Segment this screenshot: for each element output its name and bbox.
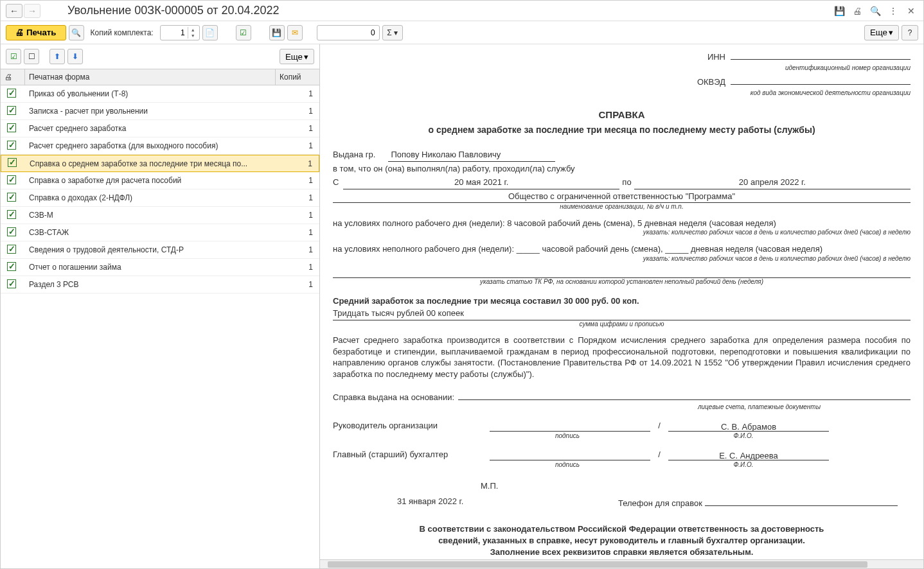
chevron-down-icon: ▾ [889, 28, 893, 37]
document-preview: ИНН идентификационный номер организации … [320, 44, 923, 568]
zero-field[interactable] [317, 25, 380, 40]
checkbox-icon[interactable] [7, 175, 16, 184]
form-copies: 1 [276, 243, 319, 256]
date-from: 20 мая 2021 г. [343, 177, 619, 189]
print-button[interactable]: 🖨 Печать [6, 25, 66, 40]
issued-label: Выдана гр. [333, 149, 375, 161]
forms-table-header: 🖨 Печатная форма Копий [1, 69, 319, 85]
magnifier-button[interactable]: 🔍 [69, 25, 84, 40]
form-copies: 1 [276, 209, 319, 222]
avg-sub: сумма цифрами и прописью [333, 320, 911, 329]
spin-up-icon[interactable]: ▲ [188, 27, 198, 33]
sigma-button[interactable]: Σ ▾ [382, 25, 403, 40]
print-icon[interactable]: 🖨 [850, 4, 864, 17]
footer-line-2: сведений, указанных в справке, несут рук… [333, 535, 911, 547]
edit-icon-button[interactable]: ☑ [236, 25, 251, 40]
form-row[interactable]: Сведения о трудовой деятельности, СТД-Р1 [1, 241, 319, 259]
form-label: Приказ об увольнении (Т-8) [25, 87, 276, 100]
more-button-top[interactable]: Еще▾ [864, 25, 899, 40]
form-row[interactable]: Записка - расчет при увольнении1 [1, 103, 319, 120]
fio-acc: Е. С. Андреева [668, 450, 829, 460]
close-icon[interactable]: ✕ [904, 4, 918, 17]
footer-line-3: Заполнение всех реквизитов справки являе… [333, 547, 911, 558]
form-copies: 1 [276, 261, 319, 274]
move-up-button[interactable]: ⬆ [49, 49, 65, 64]
checkbox-icon[interactable] [7, 141, 16, 150]
check-all-button[interactable]: ☑ [6, 49, 21, 64]
checkbox-icon[interactable] [7, 106, 16, 115]
phone-field [705, 496, 898, 506]
okved-field [731, 76, 911, 85]
help-button[interactable]: ? [902, 25, 918, 40]
form-label: Справка о заработке для расчета пособий [25, 174, 276, 187]
form-copies: 1 [275, 157, 319, 170]
checkbox-icon[interactable] [7, 245, 16, 254]
doc-subtitle: о среднем заработке за последние три мес… [333, 124, 911, 136]
copies-spinner[interactable]: ▲ ▼ [160, 25, 200, 40]
form-row[interactable]: Справка о доходах (2-НДФЛ)1 [1, 189, 319, 207]
parttime-sub: указать: количество рабочих часов в день… [333, 254, 911, 263]
checkbox-icon[interactable] [7, 193, 16, 202]
inn-sub: идентификационный номер организации [333, 64, 911, 73]
that-line: в том, что он (она) выполнял(ла) работу,… [333, 163, 911, 175]
tk-sub: указать статью ТК РФ, на основании котор… [333, 277, 911, 286]
inn-field [731, 51, 911, 60]
form-copies: 1 [276, 105, 319, 118]
checkbox-icon[interactable] [7, 262, 16, 271]
scrollbar-thumb[interactable] [328, 561, 867, 568]
form-row[interactable]: Расчет среднего заработка (для выходного… [1, 137, 319, 155]
spin-down-icon[interactable]: ▼ [188, 33, 198, 39]
form-label: СЗВ-СТАЖ [25, 226, 276, 239]
checkbox-icon[interactable] [7, 123, 16, 132]
doc-icon-button[interactable]: 📄 [202, 25, 218, 40]
form-row[interactable]: СЗВ-СТАЖ1 [1, 224, 319, 241]
copies-input[interactable] [161, 27, 188, 39]
move-down-button[interactable]: ⬇ [67, 49, 83, 64]
fio-head: С. В. Абрамов [668, 421, 829, 432]
calc-text: Расчет среднего заработка производится в… [333, 335, 911, 380]
form-row[interactable]: Справка о среднем заработке за последние… [1, 155, 319, 172]
doc-title: СПРАВКА [333, 109, 911, 121]
form-row[interactable]: СЗВ-М1 [1, 207, 319, 224]
basis-label: Справка выдана на основании: [333, 392, 454, 403]
mp-label: М.П. [481, 480, 498, 492]
form-row[interactable]: Приказ об увольнении (Т-8)1 [1, 85, 319, 103]
checkbox-icon[interactable] [7, 279, 16, 288]
from-label: С [333, 177, 341, 188]
checkbox-icon[interactable] [7, 89, 16, 98]
sign-sub2: подпись [487, 460, 648, 469]
more-button-left[interactable]: Еще▾ [280, 49, 314, 64]
save-icon[interactable]: 💾 [832, 4, 846, 17]
preview-icon[interactable]: 🔍 [868, 4, 882, 17]
chevron-down-icon: ▾ [304, 52, 308, 62]
fulltime-sub: указать: количество рабочих часов в день… [333, 228, 911, 237]
fio-sub2: Ф.И.О. [663, 460, 824, 469]
form-label: Отчет о погашении займа [25, 261, 276, 274]
date-to: 20 апреля 2022 г. [634, 177, 911, 189]
form-copies: 1 [276, 278, 319, 291]
disk-save-button[interactable]: 💾 [269, 25, 285, 40]
avg-line: Средний заработок за последние три месяц… [333, 295, 911, 307]
blank-line [333, 269, 911, 278]
email-button[interactable]: ✉ [287, 25, 303, 40]
form-row[interactable]: Отчет о погашении займа1 [1, 259, 319, 276]
form-row[interactable]: Раздел 3 РСВ1 [1, 276, 319, 293]
window-title: Увольнение 00ЗК-000005 от 20.04.2022 [67, 4, 832, 17]
copies-label: Копий комплекта: [91, 28, 154, 37]
back-button[interactable]: ← [6, 4, 22, 18]
header-copies-label: Копий [276, 69, 319, 85]
checkbox-icon[interactable] [7, 210, 16, 219]
uncheck-all-button[interactable]: ☐ [24, 49, 39, 64]
form-row[interactable]: Справка о заработке для расчета пособий1 [1, 172, 319, 189]
form-label: Записка - расчет при увольнении [25, 105, 276, 118]
checkbox-icon[interactable] [7, 227, 16, 236]
forward-button[interactable]: → [24, 4, 40, 18]
basis-sub: лицевые счета, платежные документы [333, 403, 911, 412]
org-name: Общество с ограниченной ответственностью… [333, 191, 911, 204]
horizontal-scrollbar[interactable] [320, 559, 923, 568]
form-copies: 1 [276, 139, 319, 152]
checkbox-icon[interactable] [8, 158, 17, 167]
kebab-icon[interactable]: ⋮ [886, 4, 900, 17]
form-row[interactable]: Расчет среднего заработка1 [1, 120, 319, 137]
sign-acc-line [490, 450, 650, 460]
